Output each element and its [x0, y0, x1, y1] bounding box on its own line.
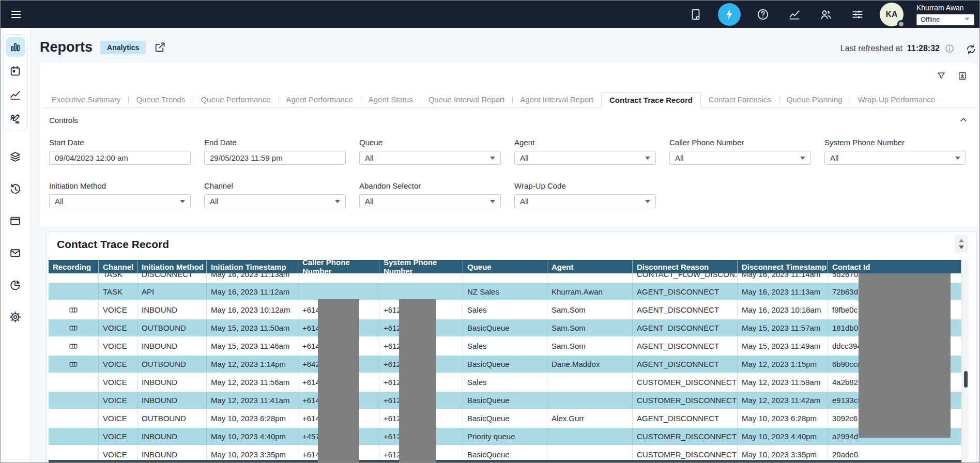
sidebar-item-calendar[interactable]: [6, 61, 25, 81]
sidebar-item-line-chart[interactable]: [6, 85, 25, 104]
cell-queue: Sales: [463, 337, 547, 354]
cell-queue: BasicQueue: [463, 356, 547, 373]
horizontal-scrollbar[interactable]: [49, 460, 961, 463]
tab-executive-summary[interactable]: Executive Summary: [44, 92, 128, 107]
tab-queue-trends[interactable]: Queue Trends: [128, 92, 193, 107]
status-dot: [897, 20, 905, 28]
cell-disconnect-timestamp: May 16, 2023 10:18am: [738, 301, 828, 318]
filter-select-queue[interactable]: All: [359, 151, 501, 165]
cell-disconnect-reason: CONTACT_FLOW_DISCON...: [633, 273, 738, 283]
caret-down-icon: [490, 200, 495, 203]
filter-system-phone-number: System Phone NumberAll: [824, 138, 966, 165]
tab-wrap-up-performance[interactable]: Wrap-Up Performance: [850, 92, 943, 107]
filter-input-start-date[interactable]: 09/04/2023 12:00 am: [49, 151, 191, 165]
cell-initiation-method: OUTBOUND: [137, 410, 207, 427]
table-row: VOICEINBOUNDMay 12, 2023 11:41am+614+612…: [49, 392, 961, 410]
filter-icon[interactable]: [936, 71, 946, 81]
cell-recording[interactable]: [49, 356, 99, 373]
sidebar-item-design[interactable]: [6, 109, 25, 128]
cell-channel: VOICE: [99, 428, 137, 445]
sidebar-item-pie[interactable]: [6, 275, 25, 295]
stepper-up-icon[interactable]: [959, 239, 964, 242]
cell-caller-phone: [298, 273, 379, 283]
col-initiation-timestamp: Initiation Timestamp: [207, 260, 298, 273]
cell-initiation-timestamp: May 16, 2023 11:13am: [207, 273, 298, 283]
cell-channel: TASK: [99, 283, 137, 300]
filter-select-caller-phone-number[interactable]: All: [669, 151, 811, 165]
cell-channel: TASK: [99, 273, 137, 283]
menu-icon[interactable]: [8, 7, 24, 22]
stepper-down-icon[interactable]: [959, 245, 964, 249]
filter-label: Initiation Method: [49, 181, 191, 190]
external-link-icon[interactable]: [154, 41, 166, 54]
sidebar-item-history[interactable]: [6, 179, 25, 198]
line-chart-icon[interactable]: [785, 5, 804, 24]
cell-initiation-method: INBOUND: [137, 337, 207, 354]
filter-select-channel[interactable]: All: [204, 194, 346, 208]
cell-initiation-method: INBOUND: [137, 428, 207, 445]
filter-select-initiation-method[interactable]: All: [49, 194, 191, 208]
sidebar-item-gear[interactable]: [6, 307, 25, 327]
filter-value: All: [365, 153, 374, 162]
tab-agent-status[interactable]: Agent Status: [361, 92, 421, 107]
cell-queue: BasicQueue: [463, 392, 547, 409]
filter-label: End Date: [204, 138, 346, 147]
avatar[interactable]: KA: [880, 3, 904, 26]
cell-initiation-timestamp: May 10, 2023 4:40pm: [207, 428, 298, 445]
filter-value: All: [210, 197, 219, 206]
tab-agent-interval-report[interactable]: Agent Interval Report: [512, 92, 601, 107]
refresh-icon[interactable]: [965, 43, 977, 55]
main-content: Reports Analytics Last refreshed at 11:2…: [30, 28, 979, 462]
cell-agent: [547, 428, 633, 445]
sidebar-item-mail[interactable]: [6, 243, 25, 263]
help-icon[interactable]: [754, 5, 772, 24]
filter-label: Abandon Selector: [359, 181, 501, 190]
cell-queue: Sales: [463, 301, 547, 318]
collapse-chevron-up-icon[interactable]: [958, 115, 969, 125]
filter-select-system-phone-number[interactable]: All: [824, 151, 966, 165]
sidebar-item-browser[interactable]: [6, 211, 25, 230]
cell-queue: BasicQueue: [463, 410, 547, 427]
vertical-scrollbar-thumb[interactable]: [964, 371, 968, 388]
sidebar-item-bar-chart[interactable]: [6, 37, 25, 57]
status-select[interactable]: Offline: [916, 14, 974, 25]
filter-label: System Phone Number: [824, 138, 966, 147]
tab-contract-trace-record[interactable]: Contract Trace Record: [601, 92, 701, 108]
col-disconnect-reason: Disconnect Reason: [633, 260, 738, 273]
report-card: Executive SummaryQueue TrendsQueue Perfo…: [40, 63, 977, 226]
sliders-icon[interactable]: [848, 5, 867, 24]
info-icon[interactable]: [944, 43, 955, 54]
top-bar: KA Khurram Awan Offline: [1, 1, 979, 28]
cell-initiation-method: INBOUND: [137, 392, 207, 409]
filter-value: All: [55, 197, 64, 206]
cell-recording[interactable]: [49, 337, 99, 354]
page-title: Reports: [40, 39, 93, 55]
tab-queue-planning[interactable]: Queue Planning: [779, 92, 850, 107]
tab-queue-interval-report[interactable]: Queue Interval Report: [421, 92, 513, 107]
cell-disconnect-timestamp: May 10, 2023 4:40pm: [738, 428, 828, 445]
cell-disconnect-timestamp: May 12, 2023 11:59am: [738, 374, 828, 391]
tab-queue-performance[interactable]: Queue Performance: [193, 92, 278, 107]
cell-recording[interactable]: [49, 319, 99, 336]
filter-select-agent[interactable]: All: [514, 151, 656, 165]
tab-agent-performance[interactable]: Agent Performance: [279, 92, 361, 107]
cell-recording: [49, 273, 99, 283]
notes-icon[interactable]: [686, 5, 705, 24]
filter-label: Wrap-Up Code: [514, 181, 656, 190]
filter-input-end-date[interactable]: 29/05/2023 11:59 pm: [204, 151, 346, 165]
download-icon[interactable]: [957, 71, 968, 81]
cell-queue: [463, 273, 547, 283]
cell-recording[interactable]: [49, 301, 99, 318]
cell-disconnect-reason: AGENT_DISCONNECT: [633, 283, 738, 300]
cell-initiation-method: OUTBOUND: [137, 319, 207, 336]
cell-recording: [49, 283, 99, 300]
filter-wrap-up-code: Wrap-Up CodeAll: [514, 181, 656, 208]
filter-select-abandon-selector[interactable]: All: [359, 194, 501, 208]
col-recording: Recording: [49, 260, 99, 273]
filter-select-wrap-up-code[interactable]: All: [514, 194, 656, 208]
sidebar-item-layers[interactable]: [6, 147, 25, 166]
cell-queue: BasicQueue: [463, 319, 547, 336]
tab-contact-forensics[interactable]: Contact Forensics: [701, 92, 779, 107]
flash-icon[interactable]: [718, 3, 741, 26]
users-icon[interactable]: [817, 5, 835, 24]
